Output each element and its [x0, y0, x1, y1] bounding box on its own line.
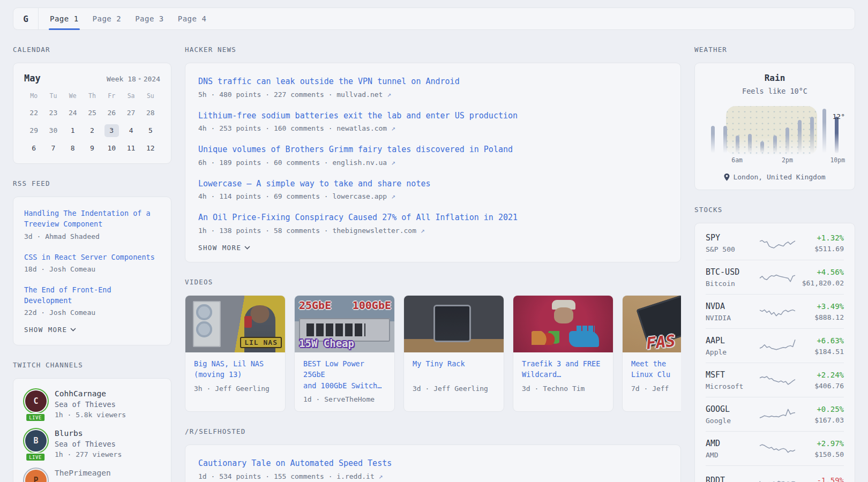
- calendar-weekday: Fr: [108, 92, 115, 102]
- hn-item: Lithium-free sodium batteries exit the l…: [198, 110, 668, 133]
- thumbnail-text: 25GbE: [299, 299, 331, 312]
- video-title[interactable]: Big NAS, Lil NAS(moving 13): [194, 358, 276, 381]
- reddit-item-title[interactable]: Cautionary Tale on Automated Speed Tests: [198, 457, 668, 470]
- page-tabs-bar: G Page 1 Page 2 Page 3 Page 4: [13, 7, 855, 30]
- video-card[interactable]: My Tiny Rack 3d · Jeff Geerling: [403, 295, 504, 412]
- external-link-icon: ↗: [421, 227, 425, 235]
- stock-change: +4.56%: [798, 268, 844, 276]
- twitch-category[interactable]: Sea of Thieves: [55, 440, 122, 448]
- stock-symbol: SPY: [706, 233, 757, 243]
- video-meta: 3h · Jeff Geerling: [194, 385, 276, 393]
- rss-show-more-button[interactable]: SHOW MORE: [24, 326, 76, 334]
- weather-hourly-chart: 12°: [707, 104, 843, 153]
- rss-item-title[interactable]: The End of Front-End Development: [24, 284, 160, 306]
- video-title[interactable]: Traefik 3 and FREEWildcard…: [522, 358, 604, 381]
- stock-row[interactable]: NVDANVIDIA +3.49%$888.12: [706, 294, 844, 328]
- weather-bar: [810, 117, 814, 153]
- video-title[interactable]: Meet theLinux Clu: [631, 358, 681, 381]
- hn-item-domain[interactable]: english.nv.ua: [332, 159, 387, 167]
- twitch-channel-name[interactable]: CohhCarnage: [55, 389, 126, 398]
- hn-item-domain[interactable]: newatlas.com: [336, 124, 387, 132]
- tab-page-3[interactable]: Page 3: [135, 8, 164, 29]
- stock-row[interactable]: BTC-USDBitcoin +4.56%$61,820.02: [706, 260, 844, 294]
- stock-row[interactable]: AAPLApple +6.63%$184.51: [706, 328, 844, 363]
- tab-page-1[interactable]: Page 1: [50, 8, 79, 29]
- calendar-week-year: Week 18•2024: [107, 75, 160, 83]
- video-card[interactable]: 25GbE 100GbE 15W Cheap BEST Low Power 25…: [294, 295, 395, 412]
- hn-show-more-button[interactable]: SHOW MORE: [198, 244, 250, 252]
- calendar-day: 4: [124, 124, 138, 137]
- live-badge: LIVE: [25, 453, 46, 462]
- thumbnail-text: LIL NAS: [240, 337, 282, 348]
- stock-change: +2.97%: [798, 439, 844, 448]
- hn-item-title[interactable]: DNS traffic can leak outside the VPN tun…: [198, 76, 668, 88]
- video-thumbnail[interactable]: [513, 296, 613, 352]
- rss-card: Handling The Indentation of a Treeview C…: [13, 197, 171, 345]
- weather-section-title: WEATHER: [694, 46, 855, 54]
- stock-row[interactable]: RDDT -1.59%: [706, 465, 844, 482]
- weather-bar: [748, 134, 752, 153]
- video-meta: 7d · Jeff: [631, 385, 681, 393]
- twitch-category[interactable]: Sea of Thieves: [55, 400, 126, 409]
- external-link-icon: ↗: [391, 159, 395, 167]
- twitch-channel-row[interactable]: B LIVE Blurbs Sea of Thieves 1h · 277 vi…: [24, 429, 160, 458]
- external-link-icon: ↗: [391, 124, 395, 132]
- show-more-label: SHOW MORE: [24, 326, 67, 334]
- video-thumbnail[interactable]: LIL NAS: [185, 296, 285, 352]
- calendar-day: 2: [85, 124, 99, 137]
- hackernews-section: HACKER NEWS DNS traffic can leak outside…: [185, 46, 681, 262]
- reddit-item-domain[interactable]: i.redd.it: [336, 472, 374, 480]
- weather-card: Rain Feels like 10°C 12° 6am2pm10pm Lond…: [694, 63, 855, 190]
- videos-carousel[interactable]: LIL NAS Big NAS, Lil NAS(moving 13) 3h ·…: [185, 295, 681, 412]
- video-thumbnail[interactable]: 25GbE 100GbE 15W Cheap: [295, 296, 394, 352]
- hn-item-title[interactable]: An Oil Price-Fixing Conspiracy Caused 27…: [198, 212, 668, 224]
- calendar-grid: MoTuWeThFrSaSu22232425262728293012345678…: [24, 92, 160, 155]
- twitch-channel-row[interactable]: P ThePrimeagen: [24, 469, 160, 482]
- calendar-day: 22: [27, 107, 41, 119]
- stock-symbol: RDDT: [706, 476, 757, 482]
- rss-item-title[interactable]: CSS in React Server Components: [24, 252, 160, 262]
- video-thumbnail[interactable]: [404, 296, 504, 352]
- hn-item-title[interactable]: Lowercase – A simple way to take and sha…: [198, 178, 668, 190]
- stock-sparkline: [758, 405, 797, 424]
- stock-row[interactable]: MSFTMicrosoft +2.24%$406.76: [706, 363, 844, 397]
- rss-item-title[interactable]: Handling The Indentation of a Treeview C…: [24, 208, 160, 230]
- stock-change: -1.59%: [798, 476, 844, 482]
- stock-symbol: NVDA: [706, 302, 757, 311]
- tab-page-4[interactable]: Page 4: [178, 8, 207, 29]
- twitch-channel-name[interactable]: ThePrimeagen: [55, 469, 111, 477]
- stock-symbol: AAPL: [706, 336, 757, 345]
- stock-row[interactable]: GOOGLGoogle +0.25%$167.03: [706, 397, 844, 431]
- twitch-channel-name[interactable]: Blurbs: [55, 429, 122, 438]
- calendar-weekday: Su: [147, 92, 154, 102]
- stock-row[interactable]: SPYS&P 500 +1.32%$511.69: [706, 226, 844, 260]
- stock-price: $61,820.02: [798, 279, 844, 287]
- calendar-day: 11: [124, 142, 138, 155]
- video-card[interactable]: LIL NAS Big NAS, Lil NAS(moving 13) 3h ·…: [185, 295, 286, 412]
- stock-row[interactable]: AMDAMD +2.97%$150.50: [706, 431, 844, 465]
- video-thumbnail[interactable]: FAS: [623, 296, 681, 352]
- stock-change: +1.32%: [798, 234, 844, 242]
- selfhosted-card: Cautionary Tale on Automated Speed Tests…: [185, 445, 681, 482]
- hn-item-domain[interactable]: mullvad.net: [336, 91, 383, 99]
- middle-column: HACKER NEWS DNS traffic can leak outside…: [185, 30, 681, 482]
- twitch-avatar: B: [25, 430, 47, 451]
- hn-item-title[interactable]: Unique volumes of Brothers Grimm fairy t…: [198, 144, 668, 156]
- video-card[interactable]: Traefik 3 and FREEWildcard… 3d · Techno …: [513, 295, 613, 412]
- rss-item: CSS in React Server Components 18d · Jos…: [24, 252, 160, 273]
- twitch-channel-row[interactable]: C LIVE CohhCarnage Sea of Thieves 1h · 5…: [24, 389, 160, 419]
- stock-name: Google: [706, 417, 757, 425]
- app-logo[interactable]: G: [13, 8, 39, 29]
- stock-symbol: MSFT: [706, 370, 757, 380]
- hn-item-title[interactable]: Lithium-free sodium batteries exit the l…: [198, 110, 668, 122]
- video-title[interactable]: BEST Low Power 25GbEand 100GbE Switch…: [303, 358, 386, 392]
- calendar-day: 12: [143, 142, 158, 155]
- stocks-section-title: STOCKS: [694, 206, 855, 214]
- hn-item-domain[interactable]: lowercase.app: [332, 192, 387, 200]
- tab-page-2[interactable]: Page 2: [93, 8, 122, 29]
- hackernews-section-title: HACKER NEWS: [185, 46, 681, 54]
- hn-item-domain[interactable]: thebignewsletter.com: [332, 227, 416, 235]
- video-card[interactable]: FAS Meet theLinux Clu 7d · Jeff: [622, 295, 681, 412]
- video-title[interactable]: My Tiny Rack: [413, 358, 495, 381]
- twitch-card: C LIVE CohhCarnage Sea of Thieves 1h · 5…: [13, 378, 171, 482]
